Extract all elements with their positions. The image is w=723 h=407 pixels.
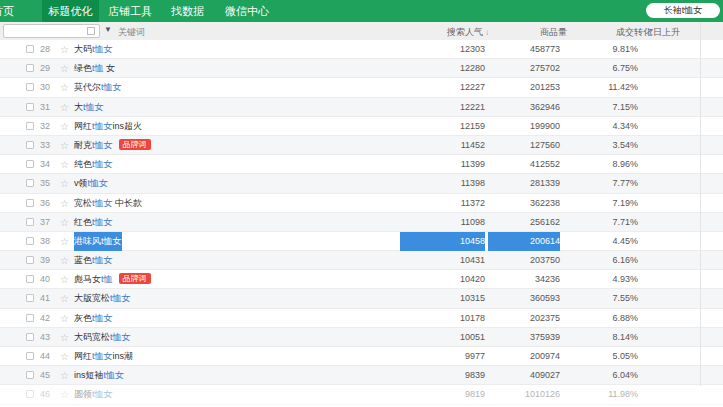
keyword-segment: v领 [74, 178, 88, 188]
product-count-value: 281339 [488, 174, 560, 193]
keyword-link[interactable]: 绿色t恤 女 [74, 59, 115, 78]
brand-word-badge: 品牌词 [119, 273, 151, 284]
nav-item-title-optimization[interactable]: 标题优化 [42, 0, 99, 22]
sort-desc-icon[interactable]: ↓ [485, 28, 489, 37]
row-checkbox[interactable] [26, 103, 34, 111]
product-count-value: 199900 [488, 117, 560, 136]
row-checkbox[interactable] [26, 141, 34, 149]
row-checkbox[interactable] [26, 256, 34, 264]
star-icon[interactable]: ☆ [60, 40, 69, 59]
popularity-value: 9819 [400, 385, 485, 404]
star-icon[interactable]: ☆ [60, 309, 69, 328]
row-number: 39 [40, 251, 50, 270]
star-icon[interactable]: ☆ [60, 385, 69, 404]
keyword-link[interactable]: v领t恤女 [74, 174, 108, 193]
nav-item-home[interactable]: 首页 [0, 0, 14, 22]
column-header-seven-day[interactable]: 7日上升 [648, 26, 680, 39]
star-icon[interactable]: ☆ [60, 347, 69, 366]
keyword-link[interactable]: 宽松t恤女 中长款 [74, 194, 142, 213]
table-header-bar: ▼ 关键词 搜索人气↓ 商品量 成交转化 7日上升 [0, 22, 723, 40]
row-checkbox[interactable] [26, 83, 34, 91]
star-icon[interactable]: ☆ [60, 136, 69, 155]
keyword-link[interactable]: 耐克t恤女品牌词 [74, 136, 151, 155]
keyword-link[interactable]: 网红t恤女ins超火 [74, 117, 142, 136]
table-row: 46☆圆领t恤女9819101012611.98% [0, 385, 723, 404]
star-icon[interactable]: ☆ [60, 251, 69, 270]
star-icon[interactable]: ☆ [60, 117, 69, 136]
keyword-link[interactable]: 纯色t恤女 [74, 155, 113, 174]
star-icon[interactable]: ☆ [60, 213, 69, 232]
star-icon[interactable]: ☆ [60, 328, 69, 347]
keyword-link[interactable]: 蓝色t恤女 [74, 251, 113, 270]
row-checkbox[interactable] [26, 333, 34, 341]
nav-item-shop-tools[interactable]: 店铺工具 [108, 0, 152, 22]
star-icon[interactable]: ☆ [60, 59, 69, 78]
row-checkbox[interactable] [26, 275, 34, 283]
search-input[interactable]: 长袖t恤女 [646, 3, 720, 18]
keyword-link[interactable]: 红色t恤女 [74, 213, 113, 232]
row-checkbox[interactable] [26, 294, 34, 302]
keyword-link[interactable]: ins短袖t恤女 [74, 366, 124, 385]
row-checkbox[interactable] [26, 218, 34, 226]
star-icon[interactable]: ☆ [60, 366, 69, 385]
keyword-link[interactable]: 大t恤女 [74, 98, 104, 117]
star-icon[interactable]: ☆ [60, 98, 69, 117]
row-number: 30 [40, 78, 50, 97]
keyword-segment: 纯色 [74, 159, 92, 169]
keyword-link[interactable]: 网红t恤女ins潮 [74, 347, 133, 366]
star-icon[interactable]: ☆ [60, 78, 69, 97]
nav-item-find-data[interactable]: 找数据 [171, 0, 204, 22]
keyword-link[interactable]: 灰色t恤女 [74, 309, 113, 328]
row-checkbox[interactable] [26, 237, 34, 245]
star-icon[interactable]: ☆ [60, 174, 69, 193]
column-header-products[interactable]: 商品量 [540, 26, 567, 39]
column-header-popularity-label: 搜索人气 [447, 27, 483, 37]
conversion-value: 7.15% [568, 98, 638, 117]
keyword-link[interactable]: 大码t恤女 [74, 40, 113, 59]
category-select[interactable] [3, 24, 100, 38]
keyword-link[interactable]: 大版宽松t恤女 [74, 289, 131, 308]
keyword-segment: 绿色 [74, 63, 92, 73]
star-icon[interactable]: ☆ [60, 194, 69, 213]
star-icon[interactable]: ☆ [60, 289, 69, 308]
keyword-link[interactable]: 莫代尔t恤女 [74, 78, 122, 97]
column-header-popularity[interactable]: 搜索人气↓ [447, 26, 489, 39]
chevron-down-icon[interactable]: ▼ [104, 25, 112, 34]
conversion-value: 3.54% [568, 136, 638, 155]
select-all-checkbox[interactable] [87, 27, 95, 35]
keyword-link[interactable]: 大码宽松t恤女 [74, 328, 131, 347]
nav-item-wechat-center[interactable]: 微信中心 [225, 0, 269, 22]
star-icon[interactable]: ☆ [60, 270, 69, 289]
row-checkbox[interactable] [26, 371, 34, 379]
row-number: 38 [40, 232, 50, 251]
keyword-segment: 港味风t恤女 [74, 236, 122, 246]
keyword-match-segment: t恤女 [92, 217, 113, 227]
conversion-value: 6.88% [568, 309, 638, 328]
popularity-value: 10420 [400, 270, 485, 289]
keyword-link[interactable]: 圆领t恤女 [74, 385, 113, 404]
row-checkbox[interactable] [26, 314, 34, 322]
keyword-segment: ins潮 [113, 351, 134, 361]
table-row: 29☆绿色t恤 女122802757026.75% [0, 59, 723, 78]
column-header-conversion[interactable]: 成交转化 [616, 26, 652, 39]
table-row: 36☆宽松t恤女 中长款113723622387.19% [0, 194, 723, 213]
keyword-link[interactable]: 彪马女t恤品牌词 [74, 270, 151, 289]
keyword-match-segment: t恤女 [92, 198, 113, 208]
star-icon[interactable]: ☆ [60, 155, 69, 174]
row-checkbox[interactable] [26, 352, 34, 360]
row-checkbox[interactable] [26, 199, 34, 207]
keyword-segment: 女 [104, 63, 116, 73]
row-checkbox[interactable] [26, 390, 34, 398]
row-checkbox[interactable] [26, 179, 34, 187]
row-checkbox[interactable] [26, 160, 34, 168]
product-count-value: 1010126 [488, 385, 560, 404]
keyword-match-segment: t恤 [92, 63, 104, 73]
keyword-segment: 蓝色 [74, 255, 92, 265]
row-number: 29 [40, 59, 50, 78]
table-row: 28☆大码t恤女123034587739.81% [0, 40, 723, 59]
row-checkbox[interactable] [26, 64, 34, 72]
star-icon[interactable]: ☆ [60, 232, 69, 251]
row-checkbox[interactable] [26, 45, 34, 53]
row-checkbox[interactable] [26, 122, 34, 130]
keyword-link[interactable]: 港味风t恤女 [74, 232, 122, 251]
